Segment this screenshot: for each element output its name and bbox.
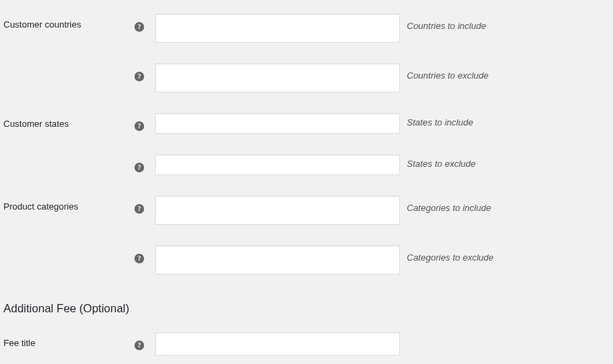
customer-states-label: Customer states	[3, 119, 69, 129]
countries-include-desc: Countries to include	[400, 14, 486, 31]
help-icon[interactable]: ?	[134, 254, 144, 263]
states-exclude-input[interactable]	[155, 154, 400, 175]
help-icon[interactable]: ?	[134, 341, 144, 350]
additional-fee-heading: Additional Fee (Optional)	[3, 302, 610, 315]
categories-exclude-input[interactable]	[155, 245, 400, 274]
fee-title-label: Fee title	[3, 338, 35, 348]
countries-exclude-input[interactable]	[155, 63, 400, 92]
countries-include-input[interactable]	[155, 14, 400, 43]
states-include-input[interactable]	[155, 113, 400, 134]
states-include-desc: States to include	[400, 113, 473, 128]
product-categories-label: Product categories	[3, 201, 78, 212]
help-icon[interactable]: ?	[134, 72, 144, 81]
categories-include-desc: Categories to include	[400, 196, 491, 213]
categories-include-input[interactable]	[155, 196, 400, 225]
help-icon[interactable]: ?	[134, 22, 144, 32]
help-icon[interactable]: ?	[134, 204, 144, 214]
help-icon[interactable]: ?	[134, 163, 144, 172]
countries-exclude-desc: Countries to exclude	[400, 63, 489, 81]
help-icon[interactable]: ?	[134, 121, 144, 131]
categories-exclude-desc: Categories to exclude	[400, 245, 494, 263]
customer-countries-label: Customer countries	[3, 19, 81, 30]
states-exclude-desc: States to exclude	[400, 154, 476, 169]
fee-title-input[interactable]	[155, 332, 400, 356]
